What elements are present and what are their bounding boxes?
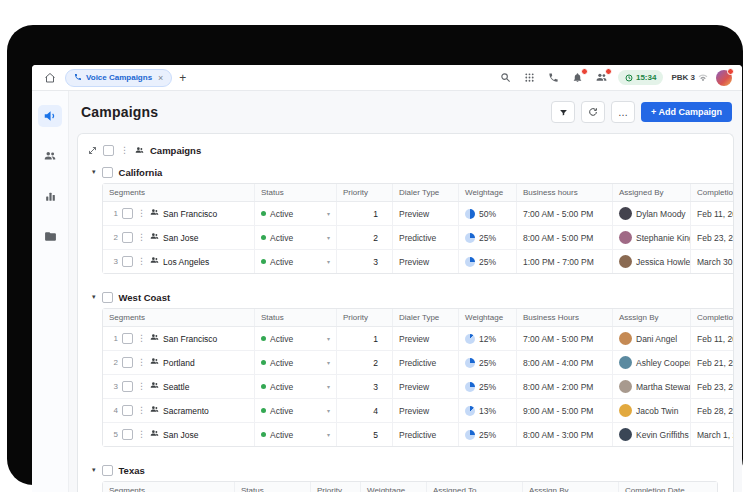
network-status[interactable]: PBK 3 <box>671 73 708 82</box>
weightage-value: 25% <box>479 257 496 267</box>
filter-button[interactable] <box>551 101 575 123</box>
row-checkbox[interactable] <box>122 333 133 344</box>
sidebar-item-analytics[interactable] <box>38 185 62 207</box>
assignee-name: Kevin Griffiths <box>636 430 689 440</box>
dialer-cell: Preview <box>393 375 459 398</box>
row-index: 1 <box>109 334 118 343</box>
status-dot <box>261 384 266 389</box>
people-icon[interactable] <box>594 70 610 86</box>
status-dropdown[interactable]: Active▾ <box>255 423 337 446</box>
status-dropdown[interactable]: Active▾ <box>255 327 337 350</box>
status-dropdown[interactable]: Active▾ <box>255 351 337 374</box>
completion-cell: March 30, 2021 <box>691 250 734 273</box>
status-dot <box>261 432 266 437</box>
row-menu-icon[interactable]: ⋮ <box>137 382 146 391</box>
row-menu-icon[interactable]: ⋮ <box>137 358 146 367</box>
bell-icon[interactable] <box>570 70 586 86</box>
table-row: 1⋮San FranciscoActive▾1Preview50%7:00 AM… <box>103 202 734 226</box>
collapse-icon[interactable]: ▾ <box>92 466 96 474</box>
row-checkbox[interactable] <box>122 232 133 243</box>
row-index: 1 <box>109 209 118 218</box>
group-name: West Coast <box>119 292 171 303</box>
apps-grid-icon[interactable] <box>522 70 538 86</box>
segments-table: SegmentsStatusPriorityWeightageAssigned … <box>102 481 718 492</box>
segment-name: Portland <box>163 358 195 368</box>
avatar <box>619 231 632 244</box>
row-menu-icon[interactable]: ⋮ <box>137 406 146 415</box>
column-header: Business Hours <box>517 309 613 326</box>
status-dropdown[interactable]: Active▾ <box>255 202 337 225</box>
more-button[interactable]: … <box>611 101 635 123</box>
segment-icon <box>150 333 159 344</box>
group-checkbox[interactable] <box>102 465 113 476</box>
browser-tab[interactable]: Voice Campaigns × <box>65 69 172 87</box>
collapse-icon[interactable]: ▾ <box>92 293 96 301</box>
assignee-cell: Dani Angel <box>613 327 691 350</box>
assignee-name: Jacob Twin <box>636 406 678 416</box>
row-menu-icon[interactable]: ⋮ <box>137 430 146 439</box>
segment-icon <box>150 256 159 267</box>
status-label: Active <box>270 257 293 267</box>
group-checkbox[interactable] <box>102 292 113 303</box>
page-header: Campaigns … + Add Campaign <box>69 91 742 133</box>
completion-cell: Feb 11, 2021 <box>691 327 734 350</box>
assignee-cell: Stephanie King <box>613 226 691 249</box>
status-dropdown[interactable]: Active▾ <box>255 375 337 398</box>
column-header: Status <box>255 309 337 326</box>
pie-icon <box>465 430 475 440</box>
status-dropdown[interactable]: Active▾ <box>255 250 337 273</box>
status-dropdown[interactable]: Active▾ <box>255 399 337 422</box>
pie-icon <box>465 406 475 416</box>
status-dropdown[interactable]: Active▾ <box>255 226 337 249</box>
segment-name: Seattle <box>163 382 189 392</box>
chevron-down-icon: ▾ <box>327 431 330 438</box>
weightage-cell: 25% <box>459 423 517 446</box>
row-menu-icon[interactable]: ⋮ <box>137 257 146 266</box>
segments-table: SegmentsStatusPriorityDialer TypeWeighta… <box>102 308 734 447</box>
status-label: Active <box>270 358 293 368</box>
row-checkbox[interactable] <box>122 357 133 368</box>
tab-close-icon[interactable]: × <box>158 73 163 83</box>
status-label: Active <box>270 406 293 416</box>
sidebar-item-files[interactable] <box>38 225 62 247</box>
assignee-cell: Jacob Twin <box>613 399 691 422</box>
wifi-icon <box>698 74 708 82</box>
row-checkbox[interactable] <box>122 208 133 219</box>
row-checkbox[interactable] <box>122 381 133 392</box>
row-checkbox[interactable] <box>122 405 133 416</box>
campaigns-icon <box>43 109 57 123</box>
new-tab-button[interactable]: + <box>179 72 186 84</box>
dialer-cell: Predictive <box>393 423 459 446</box>
refresh-button[interactable] <box>581 101 605 123</box>
browser-toolbar-right: 15:34 PBK 3 <box>498 70 732 86</box>
notification-badge <box>581 68 588 75</box>
user-avatar[interactable] <box>716 70 732 86</box>
refresh-icon <box>588 107 598 117</box>
select-all-checkbox[interactable] <box>103 145 114 156</box>
table-row: 1⋮San FranciscoActive▾1Preview12%7:00 AM… <box>103 327 734 351</box>
pie-icon <box>465 233 475 243</box>
search-icon[interactable] <box>498 70 514 86</box>
add-campaign-button[interactable]: + Add Campaign <box>641 102 732 122</box>
collapse-icon[interactable]: ▾ <box>92 168 96 176</box>
sidebar-item-campaigns[interactable] <box>38 105 62 127</box>
column-header: Priority <box>337 309 393 326</box>
group-checkbox[interactable] <box>102 167 113 178</box>
panel-menu-icon[interactable]: ⋮ <box>120 146 129 155</box>
sidebar-item-teams[interactable] <box>38 145 62 167</box>
network-label: PBK 3 <box>671 73 695 82</box>
home-button[interactable] <box>42 70 58 86</box>
row-menu-icon[interactable]: ⋮ <box>137 209 146 218</box>
expand-icon[interactable] <box>88 141 97 159</box>
campaigns-panel: ⋮ Campaigns ▾CaliforniaSegmentsStatusPri… <box>77 133 734 492</box>
segment-name: Sacramento <box>163 406 209 416</box>
avatar <box>619 428 632 441</box>
row-checkbox[interactable] <box>122 256 133 267</box>
weightage-value: 25% <box>479 233 496 243</box>
row-checkbox[interactable] <box>122 429 133 440</box>
column-header: Segments <box>103 482 235 492</box>
status-label: Active <box>270 334 293 344</box>
row-menu-icon[interactable]: ⋮ <box>137 233 146 242</box>
phone-icon[interactable] <box>546 70 562 86</box>
row-menu-icon[interactable]: ⋮ <box>137 334 146 343</box>
